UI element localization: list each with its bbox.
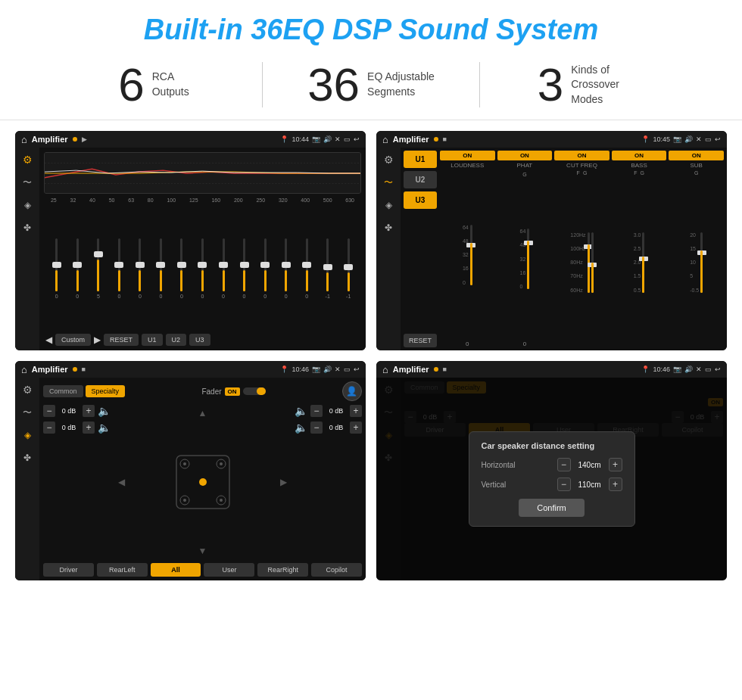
sidebar-wave-icon[interactable]: 〜 — [20, 175, 35, 190]
back-icon-xo[interactable]: ↩ — [715, 135, 721, 143]
ch-sub-track[interactable] — [700, 232, 703, 293]
vol-row-bl: − 0 dB + 🔈 — [43, 422, 111, 434]
u3-xo-btn[interactable]: U3 — [404, 191, 437, 209]
reset-xo-btn[interactable]: RESET — [404, 334, 437, 347]
svg-point-10 — [220, 462, 223, 465]
zone-all[interactable]: All — [151, 563, 201, 577]
sidebar-xo-eq-icon[interactable]: ⚙ — [381, 152, 396, 167]
fader-slider-small[interactable] — [243, 387, 266, 395]
ch-cutfreq-track-g[interactable] — [591, 232, 594, 293]
eq-slider-2[interactable]: 5 — [89, 238, 108, 299]
back-icon-eq[interactable]: ↩ — [354, 135, 360, 143]
speaker-br: 🔈 — [295, 422, 307, 434]
horizontal-plus[interactable]: + — [609, 458, 622, 471]
eq-slider-5[interactable]: 0 — [151, 238, 171, 299]
sidebar-fader-eq-icon[interactable]: ⚙ — [20, 382, 35, 397]
back-icon-fader[interactable]: ↩ — [354, 366, 360, 373]
vol-plus-br[interactable]: + — [350, 422, 362, 434]
reset-btn[interactable]: RESET — [104, 334, 139, 346]
home-icon-dlg[interactable]: ⌂ — [382, 364, 388, 375]
zone-copilot[interactable]: Copilot — [311, 563, 362, 577]
joystick-up[interactable]: ▲ — [198, 408, 207, 418]
vol-plus-tl[interactable]: + — [83, 405, 95, 417]
ch-cutfreq-on[interactable]: ON — [554, 151, 610, 160]
sidebar-fader: ⚙ 〜 ◈ ✤ — [15, 378, 39, 580]
vertical-plus[interactable]: + — [609, 478, 622, 491]
vol-plus-tr[interactable]: + — [350, 405, 362, 417]
stat-number-crossover: 3 — [538, 61, 563, 108]
eq-slider-1[interactable]: 0 — [68, 238, 88, 299]
ch-bass-track-area: 3.02.52.01.50.5 — [634, 177, 645, 347]
u1-btn[interactable]: U1 — [142, 334, 163, 346]
eq-slider-9[interactable]: 0 — [235, 238, 254, 299]
sidebar-fader-spk[interactable]: ◈ — [20, 428, 35, 443]
ch-bass-label: BASS — [631, 162, 647, 169]
zone-user[interactable]: User — [204, 563, 254, 577]
camera-icon-eq: 📷 — [312, 135, 320, 143]
avatar-btn[interactable]: 👤 — [342, 381, 362, 401]
freq-160: 160 — [211, 198, 220, 203]
ch-bass-track[interactable] — [642, 232, 644, 293]
dialog-horizontal-label: Horizontal — [482, 461, 516, 469]
confirm-button[interactable]: Confirm — [519, 499, 585, 517]
eq-slider-12[interactable]: 0 — [297, 238, 316, 299]
sidebar-eq-icon[interactable]: ⚙ — [20, 152, 35, 167]
ch-sub-on[interactable]: ON — [669, 151, 724, 160]
window-icon-xo: ▭ — [705, 135, 712, 143]
zone-rearright[interactable]: RearRight — [257, 563, 308, 577]
sidebar-fader-wave[interactable]: 〜 — [20, 405, 35, 420]
eq-slider-6[interactable]: 0 — [172, 238, 192, 299]
ch-loudness-track[interactable] — [470, 225, 472, 285]
eq-slider-7[interactable]: 0 — [193, 238, 213, 299]
status-bar-left-fader: ⌂ Amplifier ■ — [21, 364, 86, 375]
next-btn[interactable]: ▶ — [94, 334, 101, 345]
sidebar-xo-wave[interactable]: 〜 — [381, 175, 396, 190]
ch-phat-track[interactable] — [527, 229, 529, 289]
joystick-right[interactable]: ▶ — [280, 477, 287, 487]
eq-slider-13[interactable]: -1 — [318, 238, 338, 299]
location-icon-eq: 📍 — [280, 135, 288, 143]
tab-common[interactable]: Common — [43, 385, 83, 397]
tab-specialty[interactable]: Specialty — [86, 385, 126, 397]
vol-plus-bl[interactable]: + — [83, 422, 95, 434]
u2-xo-btn[interactable]: U2 — [404, 171, 437, 188]
u1-xo-btn[interactable]: U1 — [404, 151, 437, 168]
vol-minus-tr[interactable]: − — [310, 405, 323, 417]
sidebar-xo-spk[interactable]: ◈ — [381, 198, 396, 213]
ch-phat-on[interactable]: ON — [497, 151, 553, 160]
joystick-left[interactable]: ◀ — [118, 477, 125, 487]
svg-point-12 — [183, 499, 186, 502]
eq-slider-14[interactable]: -1 — [338, 238, 358, 299]
home-icon-fader[interactable]: ⌂ — [21, 364, 27, 375]
vol-minus-br[interactable]: − — [310, 422, 323, 434]
sidebar-fader-cross[interactable]: ✤ — [20, 450, 35, 465]
eq-slider-10[interactable]: 0 — [255, 238, 275, 299]
u3-btn[interactable]: U3 — [189, 334, 210, 346]
vol-minus-tl[interactable]: − — [43, 405, 55, 417]
joystick-down[interactable]: ▼ — [198, 546, 207, 556]
ch-loudness-on[interactable]: ON — [440, 151, 495, 160]
eq-slider-3[interactable]: 0 — [110, 238, 129, 299]
eq-slider-4[interactable]: 0 — [130, 238, 150, 299]
zone-driver[interactable]: Driver — [43, 563, 94, 577]
vertical-minus[interactable]: − — [557, 478, 571, 491]
fader-main: − 0 dB + 🔈 − 0 dB + 🔈 — [43, 405, 362, 559]
back-icon-dlg[interactable]: ↩ — [715, 366, 721, 373]
custom-btn[interactable]: Custom — [55, 334, 91, 346]
sidebar-xo-cross[interactable]: ✤ — [381, 220, 396, 235]
eq-slider-8[interactable]: 0 — [214, 238, 233, 299]
horizontal-minus[interactable]: − — [557, 458, 571, 471]
prev-btn[interactable]: ◀ — [45, 334, 52, 345]
sidebar-speaker-icon[interactable]: ◈ — [20, 198, 35, 213]
vol-minus-bl[interactable]: − — [43, 422, 55, 434]
sidebar-cross-icon[interactable]: ✤ — [20, 220, 35, 235]
zone-rearleft[interactable]: RearLeft — [97, 563, 148, 577]
stat-label-eq: EQ AdjustableSegments — [367, 70, 435, 99]
ch-phat-label: PHAT — [517, 162, 533, 169]
home-icon-eq[interactable]: ⌂ — [21, 134, 27, 145]
eq-slider-11[interactable]: 0 — [276, 238, 296, 299]
eq-slider-0[interactable]: 0 — [47, 238, 67, 299]
ch-bass-on[interactable]: ON — [612, 151, 667, 160]
home-icon-xo[interactable]: ⌂ — [382, 134, 388, 145]
u2-btn[interactable]: U2 — [166, 334, 187, 346]
